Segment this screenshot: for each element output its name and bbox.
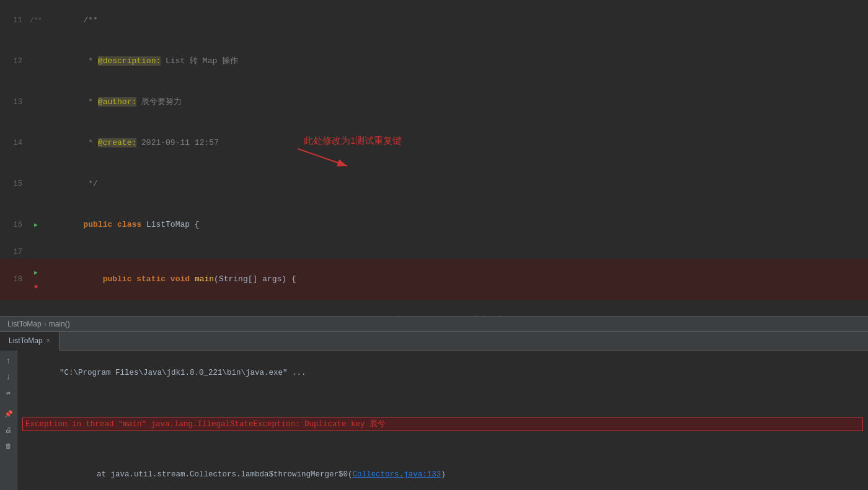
line-number: 17 [0,245,30,259]
console-tabs: ListToMap × [0,332,868,351]
line-number: 19 [0,300,30,316]
breadcrumb-method: main() [49,320,70,328]
console-text: "C:\Program Files\Java\jdk1.8.0_221\bin\… [17,351,868,490]
code-content: * @author: 辰兮要努力 [42,82,868,123]
clear-button[interactable]: 🗑 [2,440,15,452]
console-left-buttons: ↑ ↓ ⇌ 📌 🖨 🗑 [0,351,17,490]
gutter: ▶ [30,204,42,245]
code-content: public class ListToMap { [42,204,868,245]
table-row: 17 [0,245,868,259]
code-content: /** [42,0,868,41]
gutter: ▶ ● [30,259,42,300]
exception-line: Exception in thread "main" java.lang.Ill… [22,393,863,456]
line-number: 15 [0,164,30,204]
table-row: 16 ▶ public class ListToMap { [0,204,868,245]
console-layout: ↑ ↓ ⇌ 📌 🖨 🗑 "C:\Program Files\Java\jdk1.… [0,351,868,490]
console-area: ListToMap × ↑ ↓ ⇌ 📌 🖨 🗑 "C:\Program File… [0,331,868,490]
line-number: 14 [0,123,30,164]
console-tab-label: ListToMap [9,331,43,350]
gutter [30,245,42,259]
code-content: public static void main(String[] args) { [42,259,868,300]
gutter [30,300,42,316]
breadcrumb-sep: › [44,320,46,328]
pin-button[interactable]: 📌 [2,408,15,420]
code-content: * @description: List 转 Map 操作 [42,41,868,82]
scroll-down-button[interactable]: ↓ [2,370,15,383]
gutter [30,82,42,123]
scroll-up-button[interactable]: ↑ [2,354,15,367]
table-row: 15 */ [0,164,868,204]
code-content [42,245,868,259]
table-row: 14 * @create: 2021-09-11 12:57 [0,123,868,164]
code-content: * @create: 2021-09-11 12:57 [42,123,868,164]
table-row: 12 * @description: List 转 Map 操作 [0,41,868,82]
code-table: 11 /** /** 12 * @description: List 转 Map… [0,0,868,316]
line-number: 13 [0,82,30,123]
line-number: 12 [0,41,30,82]
editor-area: 11 /** /** 12 * @description: List 转 Map… [0,0,868,316]
line-number: 11 [0,0,30,41]
gutter [30,41,42,82]
line-number: 18 [0,259,30,300]
close-tab-icon[interactable]: × [46,331,50,350]
print-button[interactable]: 🖨 [2,424,15,436]
gutter [30,123,42,164]
stack-line-1: at java.util.stream.Collectors.lambda$th… [22,456,863,490]
jdk-path-line: "C:\Program Files\Java\jdk1.8.0_221\bin\… [22,354,863,392]
console-tab-listtomap[interactable]: ListToMap × [0,332,60,351]
table-row: 18 ▶ ● public static void main(String[] … [0,259,868,300]
table-row: 19 House house = new House( id: 1, owner… [0,300,868,316]
breadcrumb-bar: ListToMap › main() [0,316,868,331]
stack1-link[interactable]: Collectors.java:133 [353,470,441,479]
code-content: */ [42,164,868,204]
breadcrumb-class: ListToMap [7,320,42,328]
code-content: House house = new House( id: 1, ownerid:… [42,300,868,316]
run-icon[interactable]: ▶ [34,222,38,229]
exception-highlight: Exception in thread "main" java.lang.Ill… [22,418,863,431]
table-row: 11 /** /** [0,0,868,41]
table-row: 13 * @author: 辰兮要努力 [0,82,868,123]
breakpoint-run-icon[interactable]: ▶ [34,269,38,276]
breakpoint-dot[interactable]: ● [33,282,38,291]
wrap-button[interactable]: ⇌ [2,387,15,399]
gutter [30,164,42,204]
line-number: 16 [0,204,30,245]
gutter: /** [30,0,42,41]
